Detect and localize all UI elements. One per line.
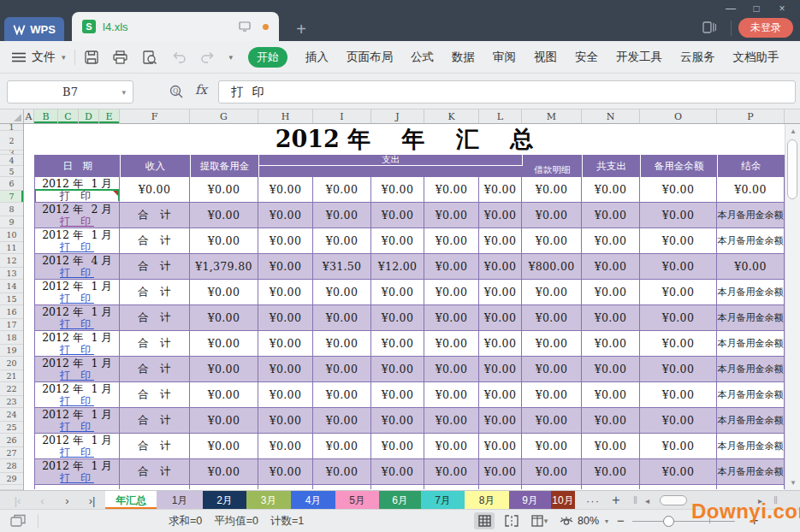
value-cell[interactable]: ¥0.00 [424,280,479,304]
menu-tab-数据[interactable]: 数据 [452,50,475,65]
value-cell[interactable]: ¥0.00 [640,459,717,484]
column-header-C[interactable]: C [58,109,79,123]
print-button[interactable] [113,50,128,65]
value-cell[interactable]: ¥0.00 [371,357,424,381]
menu-tab-插入[interactable]: 插入 [305,50,329,65]
value-cell[interactable]: ¥0.00 [313,434,371,458]
print-preview-button[interactable] [142,50,157,65]
value-cell[interactable]: ¥0.00 [479,177,522,202]
zoom-dropdown-icon[interactable]: ▾ [605,517,608,525]
print-link[interactable]: 打 印 [60,242,94,253]
value-cell[interactable]: ¥0.00 [258,434,313,458]
income-cell[interactable]: 合 计 [120,459,190,484]
date-cell[interactable]: 2012 年1 月打 印 [34,228,120,253]
value-cell[interactable]: 本月备用金余额 [717,434,785,458]
new-tab-button[interactable]: + [291,19,311,39]
date-cell[interactable]: 2012 年1 月打 印 [34,408,120,433]
column-header-L[interactable]: L [479,109,522,123]
column-header-J[interactable]: J [371,109,424,123]
value-cell[interactable]: ¥0.00 [190,177,258,202]
value-cell[interactable]: ¥0.00 [582,280,640,304]
value-cell[interactable]: ¥0.00 [258,331,313,356]
quick-access-dropdown-icon[interactable]: ▾ [229,53,234,62]
first-sheet-icon[interactable]: |‹ [5,494,30,507]
value-cell[interactable]: ¥0.00 [522,382,582,407]
column-header-K[interactable]: K [424,109,479,123]
value-cell[interactable]: ¥0.00 [582,357,640,381]
value-cell[interactable]: ¥0.00 [582,228,640,253]
menu-tab-公式[interactable]: 公式 [411,50,434,65]
sheet-tab-3月[interactable]: 3月 [246,491,291,510]
normal-view-icon[interactable] [474,512,495,529]
value-cell[interactable]: ¥12.00 [371,254,424,279]
row-header-20[interactable]: 20 [0,357,23,370]
row-header-28[interactable]: 28 [0,459,23,473]
print-link[interactable]: 打 印 [60,345,94,356]
value-cell[interactable]: ¥0.00 [371,203,424,228]
date-cell[interactable]: 2012 年2 月打 印 [34,203,120,228]
date-cell[interactable]: 2012 年1 月打 印 [34,280,120,304]
hscroll-left-icon[interactable]: ◂ [645,491,649,510]
menu-tab-文档助手[interactable]: 文档助手 [733,50,779,65]
value-cell[interactable]: ¥0.00 [424,228,479,253]
value-cell[interactable]: ¥0.00 [640,357,717,381]
value-cell[interactable]: ¥0.00 [424,203,479,228]
value-cell[interactable]: ¥0.00 [582,254,640,279]
menu-tab-安全[interactable]: 安全 [575,50,598,65]
column-header-P[interactable]: P [717,109,785,123]
value-cell[interactable]: ¥0.00 [479,382,522,407]
value-cell[interactable]: ¥0.00 [479,459,522,484]
date-cell[interactable]: 2012 年1 月打 印 [34,357,120,381]
value-cell[interactable]: ¥0.00 [582,434,640,458]
column-header-N[interactable]: N [582,109,640,123]
income-cell[interactable]: 合 计 [120,280,190,304]
value-cell[interactable]: ¥0.00 [258,357,313,381]
value-cell[interactable]: ¥0.00 [313,280,371,304]
print-link[interactable]: 打 印 [60,396,94,407]
value-cell[interactable]: ¥0.00 [190,382,258,407]
value-cell[interactable]: ¥0.00 [258,228,313,253]
menu-tab-开始[interactable]: 开始 [248,47,287,68]
row-header-11[interactable]: 11 [0,242,23,254]
value-cell[interactable]: ¥31.50 [313,254,371,279]
redo-button[interactable] [200,50,216,65]
value-cell[interactable]: ¥0.00 [640,203,717,228]
value-cell[interactable]: ¥0.00 [313,305,371,330]
page-layout-view-icon[interactable]: ▾ [529,512,549,529]
value-cell[interactable]: ¥0.00 [522,408,582,433]
horizontal-scroll-thumb[interactable] [660,495,687,505]
fill-handle[interactable] [117,201,120,202]
value-cell[interactable]: ¥0.00 [190,280,258,304]
row-header-15[interactable]: 15 [0,293,23,305]
switch-window-icon[interactable] [702,21,716,33]
value-cell[interactable]: ¥0.00 [371,408,424,433]
row-header-27[interactable]: 27 [0,447,23,459]
income-cell[interactable]: 合 计 [120,305,190,330]
maximize-button[interactable]: □ [744,0,769,17]
value-cell[interactable]: ¥0.00 [371,177,424,202]
value-cell[interactable]: ¥0.00 [640,331,717,356]
value-cell[interactable]: ¥0.00 [258,382,313,407]
row-header-26[interactable]: 26 [0,434,23,447]
row-header-17[interactable]: 17 [0,319,23,331]
value-cell[interactable]: ¥0.00 [313,357,371,381]
value-cell[interactable]: ¥0.00 [371,280,424,304]
value-cell[interactable]: ¥0.00 [424,434,479,458]
menu-tab-云服务[interactable]: 云服务 [680,50,715,65]
value-cell[interactable]: ¥0.00 [522,331,582,356]
sheet-tab-9月[interactable]: 9月 [509,491,551,510]
menu-tab-视图[interactable]: 视图 [534,50,557,65]
income-cell[interactable]: 合 计 [120,408,190,433]
sheet-tab-6月[interactable]: 6月 [379,491,421,510]
last-sheet-icon[interactable]: ›| [80,494,104,507]
value-cell[interactable]: ¥0.00 [640,228,717,253]
value-cell[interactable]: ¥0.00 [313,408,371,433]
sheet-tab-5月[interactable]: 5月 [335,491,379,510]
value-cell[interactable]: ¥0.00 [258,459,313,484]
value-cell[interactable]: ¥0.00 [313,331,371,356]
value-cell[interactable]: ¥0.00 [479,228,522,253]
value-cell[interactable]: ¥0.00 [190,228,258,253]
sheet-tab-2月[interactable]: 2月 [203,491,246,510]
header-reserve-balance[interactable]: 备用金余额 [641,155,718,177]
value-cell[interactable]: ¥0.00 [313,203,371,228]
